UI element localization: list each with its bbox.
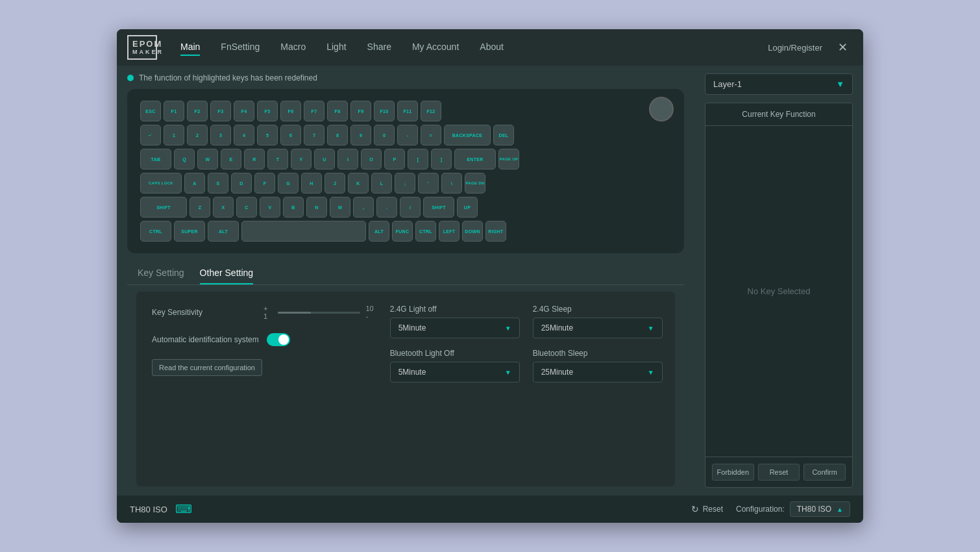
key-f5[interactable]: F5 [257,101,278,121]
bt-sleep-select[interactable]: 25Minute ▼ [533,362,663,383]
nav-tab-about[interactable]: About [480,39,504,56]
auto-id-toggle[interactable] [267,333,290,346]
key-f2[interactable]: F2 [187,101,208,121]
nav-tab-light[interactable]: Light [326,39,346,56]
key-f6[interactable]: F6 [280,101,301,121]
key-quote[interactable]: ' [418,173,439,194]
key-j[interactable]: J [325,173,345,194]
key-t[interactable]: T [267,149,288,169]
key-f7[interactable]: F7 [304,101,325,121]
key-shift-r[interactable]: SHIFT [423,197,454,218]
key-d[interactable]: D [231,173,252,194]
nav-tab-main[interactable]: Main [180,39,200,56]
key-q[interactable]: Q [174,149,195,169]
nav-tab-macro[interactable]: Macro [280,39,306,56]
key-rbracket[interactable]: ] [431,149,452,169]
key-f4[interactable]: F4 [234,101,254,121]
key-p[interactable]: P [384,149,405,169]
key-del[interactable]: DEL [493,125,514,145]
key-backslash[interactable]: \ [441,173,462,194]
key-f9[interactable]: F9 [350,101,371,121]
knob[interactable] [649,97,674,121]
key-a[interactable]: A [184,173,205,194]
key-6[interactable]: 6 [280,125,301,145]
key-alt-r[interactable]: ALT [369,221,389,242]
key-lbracket[interactable]: [ [408,149,428,169]
bt-light-off-select[interactable]: 5Minute ▼ [390,362,520,383]
key-b[interactable]: B [283,197,304,218]
key-right[interactable]: RIGHT [485,221,506,242]
key-esc[interactable]: ESC [140,101,161,121]
key-f12[interactable]: F12 [421,101,441,121]
key-5[interactable]: 5 [257,125,278,145]
close-button[interactable]: ✕ [833,38,853,57]
key-i[interactable]: I [337,149,358,169]
key-comma[interactable]: , [353,197,374,218]
key-2[interactable]: 2 [187,125,208,145]
tab-key-setting[interactable]: Key Setting [138,261,184,284]
key-7[interactable]: 7 [304,125,325,145]
key-slash[interactable]: / [400,197,421,218]
key-g[interactable]: G [278,173,299,194]
key-l[interactable]: L [371,173,392,194]
key-tilde[interactable]: ~` [140,125,161,145]
key-u[interactable]: U [314,149,335,169]
key-3[interactable]: 3 [210,125,231,145]
key-k[interactable]: K [348,173,369,194]
key-f[interactable]: F [254,173,275,194]
forbidden-button[interactable]: Forbidden [712,464,754,481]
read-config-button[interactable]: Read the current configuration [152,359,262,376]
config-value[interactable]: TH80 ISO ▲ [790,501,850,517]
key-z[interactable]: Z [190,197,210,218]
key-0[interactable]: 0 [374,125,395,145]
key-e[interactable]: E [221,149,241,169]
key-w[interactable]: W [197,149,218,169]
reset-key-button[interactable]: Reset [758,464,800,481]
key-8[interactable]: 8 [327,125,348,145]
key-enter[interactable]: ENTER [454,149,496,169]
login-register-link[interactable]: Login/Register [768,43,822,53]
key-x[interactable]: X [213,197,234,218]
key-capslock[interactable]: CAPS LOCK [140,173,182,194]
nav-tab-share[interactable]: Share [367,39,391,56]
confirm-button[interactable]: Confirm [803,464,846,481]
key-equals[interactable]: = [421,125,441,145]
2g-sleep-select[interactable]: 25Minute ▼ [533,318,663,338]
key-pageup[interactable]: PAGE UP [498,149,519,169]
key-ctrl-r[interactable]: CTRL [415,221,436,242]
tab-other-setting[interactable]: Other Setting [200,261,254,284]
key-m[interactable]: M [330,197,350,218]
key-f3[interactable]: F3 [210,101,231,121]
key-1[interactable]: 1 [164,125,184,145]
key-f8[interactable]: F8 [327,101,348,121]
key-func[interactable]: FUNC [392,221,413,242]
key-o[interactable]: O [361,149,382,169]
key-backspace[interactable]: BACKSPACE [444,125,491,145]
slider-track[interactable] [278,312,360,314]
key-down[interactable]: DOWN [462,221,483,242]
key-space[interactable] [241,221,366,242]
reset-status-button[interactable]: ↻ Reset [691,504,723,514]
key-pagedn[interactable]: PAGE DN [465,173,485,194]
key-9[interactable]: 9 [350,125,371,145]
key-y[interactable]: Y [291,149,312,169]
2g-light-off-select[interactable]: 5Minute ▼ [390,318,520,338]
key-shift-l[interactable]: SHIFT [140,197,187,218]
nav-tab-myaccount[interactable]: My Account [412,39,459,56]
key-4[interactable]: 4 [234,125,254,145]
key-tab[interactable]: TAB [140,149,171,169]
key-h[interactable]: H [301,173,322,194]
key-v[interactable]: V [260,197,280,218]
key-r[interactable]: R [244,149,265,169]
key-ctrl-l[interactable]: CTRL [140,221,171,242]
key-semicolon[interactable]: ; [395,173,415,194]
key-s[interactable]: S [208,173,228,194]
nav-tab-fnsetting[interactable]: FnSetting [221,39,260,56]
key-f11[interactable]: F11 [397,101,418,121]
key-minus[interactable]: - [397,125,418,145]
key-period[interactable]: . [376,197,397,218]
key-c[interactable]: C [236,197,257,218]
key-up[interactable]: UP [457,197,478,218]
key-left[interactable]: LEFT [439,221,459,242]
key-f1[interactable]: F1 [164,101,184,121]
